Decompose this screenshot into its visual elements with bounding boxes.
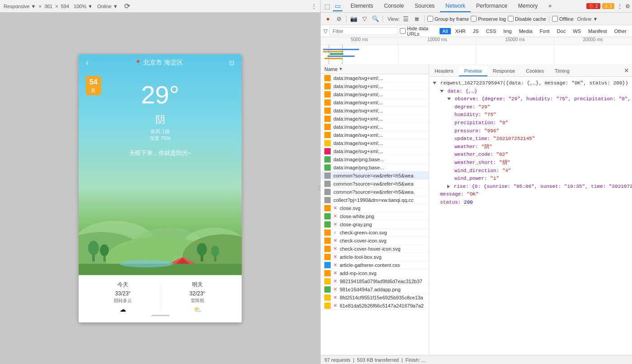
request-item[interactable]: common?source=xw&refer=h5&wea — [321, 180, 429, 188]
hide-data-urls-checkbox[interactable] — [400, 28, 406, 34]
request-item[interactable]: data:image/svg+xml;... — [321, 90, 429, 98]
request-item[interactable]: data:image/svg+xml;... — [321, 115, 429, 123]
requests-list[interactable]: data:image/svg+xml;...data:image/svg+xml… — [321, 74, 429, 355]
record-button[interactable]: ● — [323, 14, 332, 23]
filter-type-xhr[interactable]: XHR — [453, 28, 468, 34]
tab-sources[interactable]: Sources — [409, 0, 440, 12]
group-by-frame-checkbox[interactable] — [427, 16, 433, 22]
request-item[interactable]: ✓check-green-icon.svg — [321, 229, 429, 237]
expand-icon[interactable] — [433, 82, 436, 84]
tab-elements[interactable]: Elements — [345, 0, 379, 12]
request-item[interactable]: data:image/svg+xml;... — [321, 131, 429, 139]
json-rise: rise: {0: {sunrise: "05:06", sunset: "19… — [433, 183, 628, 191]
request-item[interactable]: data:image/svg+xml;... — [321, 98, 429, 107]
tab-network[interactable]: Network — [440, 0, 471, 12]
hide-data-urls-option[interactable]: Hide data URLs — [400, 26, 438, 37]
request-item[interactable]: ✕close-gray.png — [321, 220, 429, 229]
stop-button[interactable]: ⊘ — [334, 14, 343, 23]
resize-handle-dots — [318, 186, 319, 191]
request-item[interactable]: ✕check-cover-icon.svg — [321, 237, 429, 245]
request-item[interactable]: collect?pj=1990&dm=xw.tianqi.qq.cc — [321, 196, 429, 204]
group-by-frame-option[interactable]: Group by frame — [427, 16, 469, 22]
screenshot-view-button[interactable]: ▦ — [412, 14, 421, 23]
request-item[interactable]: ✕article-tool-box.svg — [321, 253, 429, 261]
external-link-icon[interactable]: ⊡ — [229, 59, 234, 66]
disable-cache-option[interactable]: Disable cache — [508, 16, 546, 22]
offline-checkbox[interactable] — [552, 16, 558, 22]
tab-timing[interactable]: Timing — [549, 66, 575, 76]
devtools-more-icon[interactable]: ⋮ — [617, 3, 623, 9]
filter-type-css[interactable]: CSS — [483, 28, 499, 34]
tab-memory[interactable]: Memory — [513, 0, 543, 12]
filter-toggle-button[interactable]: ▽ — [360, 14, 369, 23]
request-item[interactable]: data:image/svg+xml;... — [321, 74, 429, 82]
request-item[interactable]: ✕article-gatherer-content.css — [321, 261, 429, 269]
file-type-icon — [324, 286, 331, 293]
forecast-row: 今天 33/23° 阴转多云 ☁ 明天 32/23° 雷阵雨 ⛅ — [86, 281, 234, 313]
offline-option[interactable]: Offline — [552, 16, 574, 22]
tab-cookies[interactable]: Cookies — [520, 66, 549, 76]
expand-observe-icon[interactable] — [447, 98, 451, 100]
camera-button[interactable]: 📷 — [349, 14, 358, 23]
file-type-icon — [324, 181, 331, 187]
expand-data-icon[interactable] — [440, 90, 444, 93]
request-item[interactable]: ✕982194185a079fad9fd6d7eac312b37 — [321, 277, 429, 285]
filter-input[interactable] — [329, 27, 398, 35]
height-input[interactable]: 594 — [61, 4, 69, 9]
timeline-chart[interactable] — [321, 45, 632, 64]
tab-response[interactable]: Response — [487, 66, 521, 76]
json-wind-power: wind_power: "1" — [433, 175, 628, 183]
width-input[interactable]: 361 — [44, 4, 52, 9]
preserve-log-checkbox[interactable] — [471, 16, 477, 22]
request-item[interactable]: data:image/svg+xml;... — [321, 147, 429, 155]
list-view-button[interactable]: ☰ — [402, 14, 411, 23]
request-item[interactable]: ✕61e81da52b26f66c5147a241679a7a2 — [321, 302, 429, 310]
request-item[interactable]: common?source=xw&refer=h5&wea — [321, 188, 429, 196]
back-button[interactable]: ‹ — [86, 58, 89, 67]
expand-rise-icon[interactable] — [447, 185, 450, 188]
request-item[interactable]: data:image/svg+xml;... — [321, 107, 429, 115]
filter-type-ws[interactable]: WS — [570, 28, 584, 34]
request-item[interactable]: ✕close.svg — [321, 204, 429, 212]
request-item[interactable]: data:image/svg+xml;... — [321, 82, 429, 90]
filter-type-img[interactable]: Img — [501, 28, 514, 34]
name-column-header[interactable]: Name — [324, 66, 337, 72]
filter-type-all[interactable]: All — [440, 28, 450, 34]
devtools-icon-device[interactable]: ▭ — [333, 1, 342, 11]
tab-more[interactable]: » — [543, 0, 557, 12]
resize-handle[interactable] — [318, 13, 320, 364]
search-button[interactable]: 🔍 — [371, 14, 380, 23]
location-text: 北京市 海淀区 — [143, 59, 183, 67]
request-item[interactable]: common?source=xw&refer=h5&wea — [321, 172, 429, 180]
close-detail-button[interactable]: ✕ — [624, 67, 629, 74]
request-item[interactable]: ✕check-cover-hover-icon.svg — [321, 245, 429, 253]
disable-cache-checkbox[interactable] — [508, 16, 514, 22]
request-item[interactable]: data:image/png;base... — [321, 155, 429, 163]
filter-type-other[interactable]: Other — [611, 28, 629, 34]
request-item[interactable]: ✕8fd2514cf9551f15e6925b935c8ce13a — [321, 294, 429, 302]
request-item[interactable]: ✕add-mp-icon.svg — [321, 269, 429, 277]
devtools-icon-inspect[interactable]: ⬚ — [323, 2, 332, 11]
preserve-log-option[interactable]: Preserve log — [471, 16, 506, 22]
request-item[interactable]: data:image/svg+xml;... — [321, 123, 429, 131]
tab-headers[interactable]: Headers — [429, 66, 459, 76]
tab-performance[interactable]: Performance — [471, 0, 513, 12]
tab-console[interactable]: Console — [379, 0, 409, 12]
emulator-more-icon[interactable]: ⋮ — [311, 3, 317, 9]
filter-type-manifest[interactable]: Manifest — [585, 28, 610, 34]
request-item[interactable]: ✕close-white.png — [321, 212, 429, 220]
x-mark-icon: ✕ — [333, 279, 337, 284]
svg-rect-23 — [330, 53, 343, 55]
settings-icon[interactable]: ⚙ — [625, 3, 630, 9]
filter-type-media[interactable]: Media — [516, 28, 535, 34]
timeline-mark-5000: 5000 ms — [321, 37, 398, 45]
request-item[interactable]: data:image/svg+xml;... — [321, 139, 429, 147]
filter-type-doc[interactable]: Doc — [554, 28, 569, 34]
request-item[interactable]: ✕981e16d494a7.addapp.png — [321, 285, 429, 294]
request-item[interactable]: data:image/png;base... — [321, 163, 429, 172]
filter-type-js[interactable]: JS — [470, 28, 482, 34]
rotate-icon[interactable]: ⟳ — [124, 2, 130, 10]
tab-preview[interactable]: Preview — [459, 66, 487, 76]
device-selector[interactable]: Responsive ▼ — [4, 4, 36, 9]
filter-type-font[interactable]: Font — [537, 28, 552, 34]
